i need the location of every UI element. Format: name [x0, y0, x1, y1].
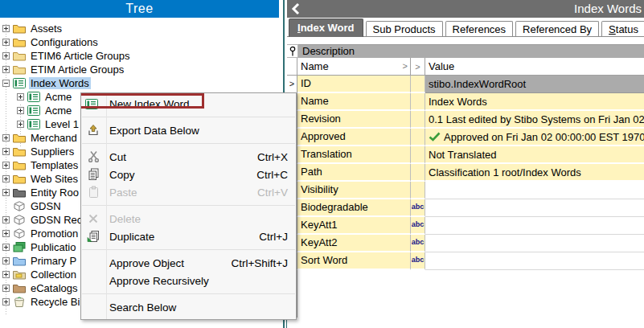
- attribute-value-cell[interactable]: [425, 217, 644, 235]
- menu-item-shortcut: Ctrl+C: [245, 169, 288, 181]
- attribute-value-cell[interactable]: Approved on Fri Jan 02 00:00:00 EST 1970: [425, 129, 644, 146]
- expand-icon[interactable]: [2, 271, 10, 278]
- tree-item-label[interactable]: Assets: [29, 23, 64, 35]
- index-word-icon: [27, 105, 40, 116]
- attribute-value-cell[interactable]: [425, 199, 644, 217]
- attribute-row-visibility: Visibility: [287, 182, 644, 199]
- menu-item-copy[interactable]: CopyCtrl+C: [81, 166, 296, 183]
- expand-icon[interactable]: [2, 134, 10, 141]
- folder-yellow-icon: [13, 146, 29, 157]
- tree-item-label[interactable]: Level 1: [43, 118, 80, 130]
- attribute-value-cell[interactable]: Not Translated: [425, 146, 644, 164]
- tree-item-configurations[interactable]: Configurations: [0, 35, 279, 49]
- tree-item-label[interactable]: Templates: [29, 159, 80, 171]
- tree-item-label[interactable]: GDSN: [29, 200, 63, 212]
- attribute-value-cell[interactable]: [425, 182, 644, 199]
- attribute-name-cell: Name: [297, 93, 411, 111]
- attribute-value-cell[interactable]: [425, 252, 644, 270]
- tree-item-label[interactable]: ETIM Article Groups: [29, 64, 125, 76]
- expand-icon[interactable]: [17, 121, 24, 128]
- tab-index-word[interactable]: Index Word: [289, 18, 363, 37]
- context-menu: New Index WordExport Data BelowCutCtrl+X…: [80, 92, 297, 320]
- menu-item-cut[interactable]: CutCtrl+X: [81, 148, 296, 166]
- menu-item-approve-recursively[interactable]: Approve Recursively: [81, 272, 296, 289]
- attribute-row-translation: TranslationNot Translated: [287, 146, 644, 164]
- tab-status[interactable]: Status: [601, 21, 644, 37]
- tree-item-label[interactable]: Recycle Bi: [29, 296, 81, 308]
- text-type-marker: abc: [411, 199, 425, 217]
- folder-yellow-icon: [13, 160, 26, 170]
- attribute-value-cell[interactable]: Classification 1 root/Index Words: [425, 164, 644, 182]
- expand-icon[interactable]: [2, 257, 10, 264]
- index-word-icon: [27, 92, 40, 102]
- tree-item-etim-article-groups[interactable]: ETIM Article Groups: [0, 63, 279, 76]
- tree-item-label[interactable]: Merchand: [29, 132, 79, 144]
- attribute-value-cell[interactable]: 0.1 Last edited by Stibo Systems on Fri …: [425, 111, 644, 129]
- attribute-name-cell: Biodegradable: [297, 199, 411, 217]
- tree-item-label[interactable]: Publicatio: [29, 241, 77, 253]
- expand-icon[interactable]: [2, 189, 10, 196]
- tree-item-etim6-article-groups[interactable]: ETIM6 Article Groups: [0, 49, 279, 63]
- tree-item-index-words[interactable]: Index Words: [0, 76, 279, 90]
- tree-item-label[interactable]: ETIM6 Article Groups: [29, 50, 132, 62]
- tree-panel-title: Tree: [125, 2, 153, 15]
- menu-item-duplicate[interactable]: DuplicateCtrl+J: [81, 228, 296, 245]
- expand-icon[interactable]: [2, 39, 10, 46]
- collapse-icon[interactable]: [2, 80, 10, 87]
- chevron-left-icon[interactable]: [290, 2, 301, 18]
- expand-icon[interactable]: [2, 66, 10, 73]
- attribute-value-cell[interactable]: Index Words: [425, 93, 644, 111]
- tree-item-label[interactable]: Acme: [43, 91, 73, 103]
- expand-icon[interactable]: [2, 285, 10, 292]
- details-title-bar: Index Words: [287, 0, 644, 18]
- expand-icon[interactable]: [2, 216, 10, 223]
- tree-item-label[interactable]: GDSN Rec: [29, 214, 84, 226]
- attribute-value-cell[interactable]: [425, 235, 644, 252]
- attribute-name-cell: Sort Word: [297, 252, 411, 270]
- attribute-value-cell[interactable]: stibo.IndexWordRoot: [425, 76, 644, 93]
- expand-icon[interactable]: [2, 244, 10, 251]
- cube-icon: [13, 215, 26, 225]
- menu-item-approve-object[interactable]: Approve ObjectCtrl+Shift+J: [81, 254, 296, 272]
- expand-icon[interactable]: [17, 93, 24, 100]
- tab-sub-products[interactable]: Sub Products: [366, 21, 443, 37]
- expand-icon[interactable]: [2, 148, 10, 155]
- pin-icon[interactable]: [287, 44, 298, 58]
- expand-icon[interactable]: [2, 25, 10, 32]
- menu-item-new-index-word[interactable]: New Index Word: [81, 95, 296, 113]
- expand-icon[interactable]: [2, 52, 10, 59]
- tree-item-label[interactable]: Web Sites: [29, 173, 80, 185]
- expand-icon[interactable]: [2, 230, 10, 237]
- menu-item-export-data-below[interactable]: Export Data Below: [81, 121, 296, 139]
- tree-item-label[interactable]: Suppliers: [29, 146, 76, 158]
- expand-icon[interactable]: [17, 107, 24, 114]
- menu-item-label: Copy: [109, 169, 135, 181]
- tree-item-label[interactable]: Entity Roo: [29, 187, 80, 199]
- delete-icon: [86, 212, 100, 225]
- tree-item-label[interactable]: eCatalogs: [29, 282, 80, 294]
- name-column-header[interactable]: Name >: [297, 58, 411, 76]
- expand-icon[interactable]: [2, 175, 10, 182]
- application-window: Tree AssetsConfigurationsETIM6 Article G…: [0, 0, 644, 328]
- folder-open-icon: [13, 51, 29, 61]
- tab-references[interactable]: References: [445, 21, 513, 37]
- row-selector-arrow[interactable]: >: [287, 76, 297, 93]
- menu-item-search-below[interactable]: Search Below: [81, 298, 296, 316]
- tree-item-label[interactable]: Collection: [29, 269, 78, 281]
- cube-icon: [13, 215, 29, 225]
- menu-item-label: Paste: [109, 187, 137, 199]
- tree-item-label[interactable]: Index Words: [29, 77, 91, 89]
- tree-item-label[interactable]: Promotion: [29, 228, 80, 240]
- approved-check-icon: [429, 132, 441, 141]
- value-column-header[interactable]: Value: [425, 58, 644, 76]
- tree-item-label[interactable]: Primary P: [29, 255, 78, 267]
- expand-icon[interactable]: [2, 162, 10, 169]
- tab-referenced-by[interactable]: Referenced By: [515, 21, 599, 37]
- filter-arrow-icon[interactable]: >: [403, 58, 408, 75]
- tree-item-assets[interactable]: Assets: [0, 22, 279, 35]
- expand-icon[interactable]: [2, 298, 10, 305]
- tree-item-label[interactable]: Acme: [43, 105, 73, 117]
- tree-item-label[interactable]: Configurations: [29, 36, 100, 48]
- type-column-header[interactable]: >: [411, 58, 425, 76]
- folder-dark-icon: [13, 187, 29, 198]
